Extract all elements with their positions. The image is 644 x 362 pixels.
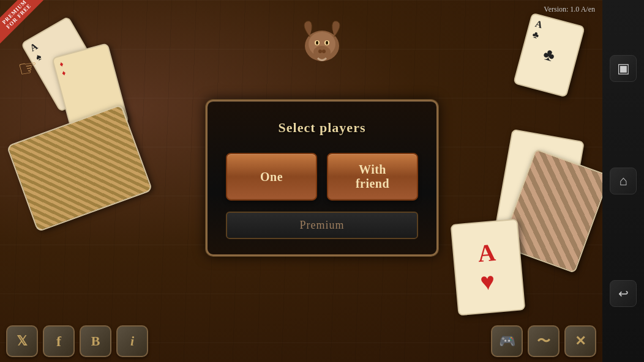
- select-players-dialog: Select players One With friend Premium: [206, 100, 438, 256]
- card-bottom-ace: A♥: [451, 218, 526, 316]
- facebook-icon: f: [56, 333, 61, 350]
- premium-button[interactable]: Premium: [226, 212, 418, 239]
- svg-point-6: [313, 46, 331, 58]
- wave-icon: 〜: [537, 332, 550, 350]
- info-icon: i: [130, 333, 134, 349]
- back-button[interactable]: ↩: [610, 280, 637, 307]
- settings-icon: ✕: [575, 333, 586, 349]
- blog-icon: B: [91, 333, 100, 349]
- toolbar-right: 🎮 〜 ✕: [491, 325, 596, 357]
- back-icon: ↩: [618, 286, 629, 301]
- gamepad-icon: 🎮: [499, 333, 515, 349]
- window-button[interactable]: ▣: [610, 55, 637, 82]
- window-icon: ▣: [617, 61, 630, 76]
- home-button[interactable]: ⌂: [610, 168, 637, 194]
- info-button[interactable]: i: [116, 325, 148, 357]
- premium-badge: PREMIUM FOR FREE: [0, 0, 55, 55]
- goat-mascot: [294, 18, 350, 67]
- wave-button[interactable]: 〜: [528, 325, 560, 357]
- sidebar: ▣ ⌂ ↩: [602, 0, 644, 362]
- one-player-button[interactable]: One: [226, 153, 317, 201]
- dialog-title: Select players: [226, 120, 418, 136]
- svg-point-8: [322, 50, 326, 53]
- svg-point-7: [318, 50, 322, 53]
- version-text: Version: 1.0 A/en: [544, 5, 595, 14]
- home-icon: ⌂: [619, 173, 627, 189]
- with-friend-button[interactable]: With friend: [327, 153, 418, 201]
- twitter-button[interactable]: 𝕏: [6, 325, 38, 357]
- gamepad-button[interactable]: 🎮: [491, 325, 523, 357]
- blog-button[interactable]: B: [80, 325, 111, 357]
- svg-point-5: [326, 41, 328, 45]
- facebook-button[interactable]: f: [43, 325, 75, 357]
- svg-point-4: [316, 41, 318, 45]
- player-buttons: One With friend: [226, 153, 418, 201]
- settings-button[interactable]: ✕: [564, 325, 596, 357]
- twitter-icon: 𝕏: [17, 333, 28, 349]
